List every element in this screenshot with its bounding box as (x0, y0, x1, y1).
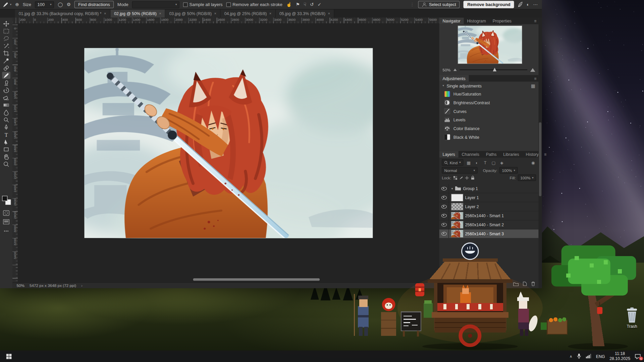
adjustment-item[interactable]: Curves (439, 107, 539, 116)
adjustment-item[interactable]: Levels (439, 116, 539, 124)
document-canvas[interactable] (84, 48, 373, 238)
filter-toggle-icon[interactable]: ◉ (530, 160, 536, 165)
active-tool-icon[interactable]: ▾ (2, 1, 11, 7)
panel-menu-icon[interactable]: ≡ (532, 75, 539, 82)
language-indicator[interactable]: ENG (596, 354, 605, 358)
tool-healing[interactable] (2, 64, 10, 71)
lock-transparency-icon[interactable] (453, 176, 457, 180)
opacity-select[interactable]: 100% ▾ (499, 167, 518, 174)
tab-channels[interactable]: Channels (459, 151, 483, 158)
zoom-in-icon[interactable] (530, 68, 535, 72)
layer-thumbnail[interactable] (451, 203, 463, 210)
filter-adjustment-icon[interactable]: ◐ (474, 160, 480, 165)
layer-row[interactable]: ▾Group 1 (439, 184, 539, 193)
microphone-icon[interactable] (577, 353, 582, 359)
clock[interactable]: 11:18 28.10.2025 (609, 351, 630, 361)
document-tab[interactable]: 02.jpg @ 50% (RGB/8)× (110, 9, 165, 17)
tool-magic-wand[interactable] (2, 42, 10, 49)
layer-visibility-toggle[interactable] (439, 221, 449, 229)
remove-background-button[interactable]: Remove background (464, 1, 514, 8)
tab-close-icon[interactable]: × (214, 11, 217, 15)
filter-shape-icon[interactable]: ▢ (491, 160, 496, 165)
layer-row[interactable]: Layer 1 (439, 193, 539, 202)
tool-zoom[interactable] (2, 161, 10, 168)
horizontal-ruler[interactable]: 2000200400600800100012001400160018002000… (12, 18, 439, 24)
scrollbar-thumb[interactable] (539, 122, 541, 196)
panel-menu-icon[interactable]: ≡ (532, 18, 539, 24)
layer-row[interactable]: 2560x1440 - Smart 3 (439, 229, 539, 238)
layer-filter-select[interactable]: Kind ▾ (442, 159, 463, 166)
navigator-zoom-value[interactable]: 50% (443, 67, 451, 72)
find-distractions-button[interactable]: Find distractions (74, 1, 114, 8)
tool-remove-brush[interactable] (2, 72, 10, 79)
tab-adjustments[interactable]: Adjustments (439, 75, 469, 82)
tab-histogram[interactable]: Histogram (464, 18, 489, 24)
navigator-zoom-slider[interactable] (460, 69, 527, 70)
single-adjustments-header[interactable]: ▾ Single adjustments ▦ (439, 82, 539, 90)
hardness-icon[interactable]: ◯ (58, 2, 63, 7)
adjustment-item[interactable]: Color Balance (439, 124, 539, 133)
tool-lasso[interactable] (2, 35, 10, 42)
quick-mask-button[interactable] (2, 209, 10, 216)
status-expand-icon[interactable]: › (81, 283, 83, 288)
remove-after-stroke-checkbox[interactable]: Remove after each stroke (226, 2, 282, 7)
blend-mode-select[interactable]: Normal ▾ (442, 167, 477, 174)
tab-navigator[interactable]: Navigator (439, 18, 464, 24)
lock-pixels-icon[interactable] (459, 176, 463, 180)
filter-type-icon[interactable]: T (482, 160, 488, 165)
tool-eyedropper[interactable] (2, 57, 10, 64)
vertical-ruler[interactable]: 0200400600800100012001400160018002000220… (12, 23, 18, 283)
zoom-slider-thumb[interactable] (493, 68, 496, 71)
tool-path-select[interactable] (2, 138, 10, 145)
layer-thumbnail[interactable] (451, 194, 463, 201)
tab-close-icon[interactable]: × (104, 11, 106, 15)
dislike-icon[interactable]: ☟ (304, 2, 306, 7)
tab-layers[interactable]: Layers (439, 151, 459, 158)
layer-row[interactable]: 2560x1440 - Smart 2 (439, 221, 539, 230)
tab-paths[interactable]: Paths (483, 151, 500, 158)
network-icon[interactable] (586, 354, 591, 359)
screen-mode-button[interactable] (2, 218, 10, 225)
navigator-preview[interactable] (458, 26, 522, 64)
foreground-color-swatch[interactable] (2, 196, 7, 201)
start-button[interactable] (0, 351, 17, 362)
gear-icon[interactable]: ⚙ (67, 2, 71, 7)
lock-position-icon[interactable] (465, 176, 469, 180)
layer-visibility-toggle[interactable] (439, 202, 449, 211)
undo-icon[interactable]: ↺ (310, 2, 314, 7)
size-select[interactable]: 100 ▾ (35, 1, 54, 8)
tool-pen[interactable] (2, 124, 10, 131)
filter-smart-object-icon[interactable]: ◈ (499, 160, 504, 165)
document-tab[interactable]: 01.jpg @ 33.3% (Background copy, RGB/8) … (15, 9, 110, 17)
tool-history-brush[interactable] (2, 86, 10, 94)
layer-thumbnail[interactable] (451, 230, 463, 237)
tab-close-icon[interactable]: × (269, 11, 272, 15)
tool-move[interactable] (2, 20, 10, 27)
tab-close-icon[interactable]: × (328, 11, 330, 15)
adjustment-item[interactable]: Hue/Saturation (439, 90, 539, 99)
filter-pixel-icon[interactable]: ▦ (466, 160, 471, 165)
sample-all-layers-checkbox[interactable]: Sample all layers (183, 2, 223, 7)
group-expand-icon[interactable]: ▾ (451, 187, 453, 190)
canvas-horizontal-scrollbar[interactable] (193, 278, 320, 281)
tool-eraser[interactable] (2, 94, 10, 101)
tool-crop[interactable] (2, 50, 10, 57)
layer-thumbnail[interactable] (451, 221, 463, 228)
tool-marquee[interactable] (2, 27, 10, 35)
add-brush-icon[interactable]: ⊕ (15, 2, 19, 7)
flag-icon[interactable]: ⚑ (296, 2, 300, 7)
layer-visibility-toggle[interactable] (439, 229, 449, 238)
layer-thumbnail[interactable] (451, 212, 463, 219)
tab-close-icon[interactable]: × (159, 11, 161, 15)
layer-row[interactable]: Layer 2 (439, 202, 539, 212)
tool-shape[interactable] (2, 146, 10, 153)
layer-visibility-toggle[interactable] (439, 212, 449, 220)
layer-visibility-toggle[interactable] (439, 193, 449, 202)
fill-select[interactable]: 100% ▾ (518, 174, 536, 181)
tool-gradient[interactable] (2, 101, 10, 108)
grid-view-icon[interactable]: ▦ (531, 83, 535, 88)
layer-visibility-toggle[interactable] (439, 184, 449, 193)
commit-check-icon[interactable]: ✓ (318, 2, 321, 7)
more-options-icon[interactable]: ⋯ (533, 2, 538, 7)
document-tab[interactable]: 05.jpg @ 33.3% (RGB/8)× (276, 9, 334, 17)
